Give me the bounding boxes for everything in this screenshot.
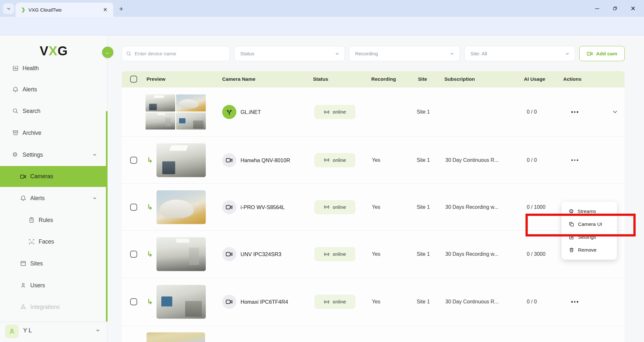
broadcast-icon: [324, 157, 330, 163]
table-row[interactable]: ↳ UNV IPC324SR3 online Yes Site 1 30 Day…: [122, 230, 625, 278]
recording-value: Yes: [372, 299, 380, 305]
sidebar-item-health[interactable]: Health: [0, 66, 108, 75]
status-badge: online: [314, 200, 355, 214]
sidebar-item-cameras[interactable]: Cameras: [0, 166, 108, 187]
row-actions-menu: ⚙ Streams Camera UI Settings Remove: [562, 202, 617, 260]
camera-type-icon: [222, 200, 236, 214]
window-restore-button[interactable]: [606, 0, 624, 17]
camera-icon: [20, 173, 26, 180]
col-ai-usage: AI Usage: [524, 76, 545, 82]
select-all-checkbox[interactable]: [130, 76, 137, 83]
sidebar-item-archive[interactable]: Archive: [0, 126, 108, 139]
add-cam-button[interactable]: Add cam: [579, 46, 625, 61]
row-actions-button[interactable]: [571, 159, 579, 161]
chevron-down-icon: [335, 51, 340, 56]
add-camera-icon: [587, 51, 593, 57]
chevron-down-icon[interactable]: [95, 328, 100, 333]
camera-name: UNV IPC324SR3: [241, 251, 281, 257]
camera-preview-grid[interactable]: [146, 95, 206, 130]
subscription-value: 30 Days Recording w...: [445, 204, 515, 210]
table-row[interactable]: ↳ Hanwha QNV-8010R online Yes Site 1 30 …: [122, 136, 625, 183]
bell-icon: [20, 195, 26, 201]
sidebar-nav: Health Alerts Search Archive ⚙ Settings …: [0, 66, 108, 322]
search-input[interactable]: [135, 51, 218, 57]
camera-preview[interactable]: [156, 143, 206, 177]
sidebar-item-integrations[interactable]: Integrations: [0, 300, 108, 313]
child-device-arrow-icon: ↳: [147, 156, 153, 164]
trash-icon: [569, 247, 574, 253]
browser-tab[interactable]: ❯ VXG CloudTwo ✕: [15, 3, 113, 17]
status-badge: online: [314, 153, 355, 167]
search-icon: [126, 51, 132, 57]
sidebar-collapse-button[interactable]: ←: [102, 47, 113, 58]
ai-usage-value: 0 / 0: [527, 157, 537, 163]
col-camera-name: Camera Name: [222, 76, 255, 82]
row-expand-chevron[interactable]: [612, 109, 618, 115]
subscription-value: 30 Day Continuous R...: [445, 157, 515, 163]
user-avatar: [5, 325, 19, 338]
browser-tabstrip: ❯ VXG CloudTwo ✕ + ✕: [0, 0, 644, 17]
col-actions: Actions: [563, 76, 582, 82]
sidebar-item-search[interactable]: Search: [0, 105, 108, 117]
sidebar-item-alerts-sub[interactable]: Alerts: [0, 192, 108, 205]
menu-item-settings[interactable]: Settings: [562, 231, 617, 244]
sidebar-item-sites[interactable]: Sites: [0, 257, 108, 270]
child-device-arrow-icon: ↳: [147, 203, 153, 211]
camera-preview[interactable]: [147, 332, 205, 342]
camera-preview[interactable]: [156, 190, 206, 224]
broadcast-icon: [324, 204, 330, 210]
table-row[interactable]: ↳ i-PRO WV-S8564L online Yes Site 1 30 D…: [122, 183, 625, 230]
status-filter-dropdown[interactable]: Status: [234, 46, 345, 61]
table-row[interactable]: GL.iNET online Site 1 0 / 0: [122, 87, 625, 136]
menu-item-camera-ui[interactable]: Camera UI: [562, 218, 617, 231]
archive-icon: [12, 130, 19, 136]
tab-title: VXG CloudTwo: [29, 7, 101, 13]
camera-type-icon: [222, 247, 236, 261]
sidebar-item-settings[interactable]: ⚙ Settings: [0, 148, 108, 161]
window-minimize-button[interactable]: [588, 0, 606, 17]
sidebar-item-users[interactable]: Users: [0, 279, 108, 292]
table-row-partial[interactable]: [122, 326, 625, 342]
camera-name: Hanwha QNV-8010R: [241, 157, 290, 163]
broadcast-icon: [324, 109, 330, 115]
camera-name: Homaxi IPC6TF4R4: [241, 299, 288, 305]
row-actions-button[interactable]: [571, 111, 579, 113]
tab-close-icon[interactable]: ✕: [101, 6, 109, 13]
menu-item-remove[interactable]: Remove: [562, 244, 617, 256]
menu-item-streams[interactable]: ⚙ Streams: [562, 205, 617, 218]
col-preview: Preview: [147, 76, 166, 82]
gear-icon: ⚙: [569, 208, 574, 214]
col-recording: Recording: [371, 76, 396, 82]
sidebar-item-rules[interactable]: Rules: [0, 214, 108, 226]
row-checkbox[interactable]: [130, 251, 137, 258]
recording-value: Yes: [372, 157, 380, 163]
edit-icon: [569, 234, 574, 240]
sidebar-item-faces[interactable]: Faces: [0, 235, 108, 248]
cameras-table: Preview Camera Name Status Recording Sit…: [122, 71, 625, 342]
camera-preview[interactable]: [156, 237, 206, 271]
new-tab-button[interactable]: +: [119, 5, 123, 13]
chevron-down-icon: [92, 152, 97, 157]
tab-search-button[interactable]: [3, 3, 14, 14]
site-filter-dropdown[interactable]: Site: All: [464, 46, 575, 61]
camera-name: i-PRO WV-S8564L: [241, 204, 285, 210]
gear-icon: ⚙: [12, 152, 19, 158]
table-row[interactable]: ↳ Homaxi IPC6TF4R4 online Yes Site 1 30 …: [122, 278, 625, 326]
camera-preview[interactable]: [156, 285, 206, 319]
row-checkbox[interactable]: [130, 157, 137, 164]
face-scan-icon: [28, 238, 35, 245]
sidebar-divider: [0, 322, 108, 322]
sidebar-user-row[interactable]: Y L: [0, 324, 108, 342]
row-actions-button[interactable]: [571, 301, 579, 303]
bell-icon: [12, 86, 19, 93]
child-device-arrow-icon: ↳: [147, 298, 153, 306]
row-checkbox[interactable]: [130, 298, 137, 305]
row-checkbox[interactable]: [130, 204, 137, 211]
sidebar-item-alerts[interactable]: Alerts: [0, 83, 108, 96]
clipboard-icon: [28, 217, 35, 223]
recording-filter-dropdown[interactable]: Recording: [349, 46, 460, 61]
site-value: Site 1: [417, 298, 433, 306]
site-value: Site 1: [417, 250, 433, 258]
device-search-field[interactable]: [122, 46, 230, 61]
window-close-button[interactable]: ✕: [624, 0, 642, 17]
